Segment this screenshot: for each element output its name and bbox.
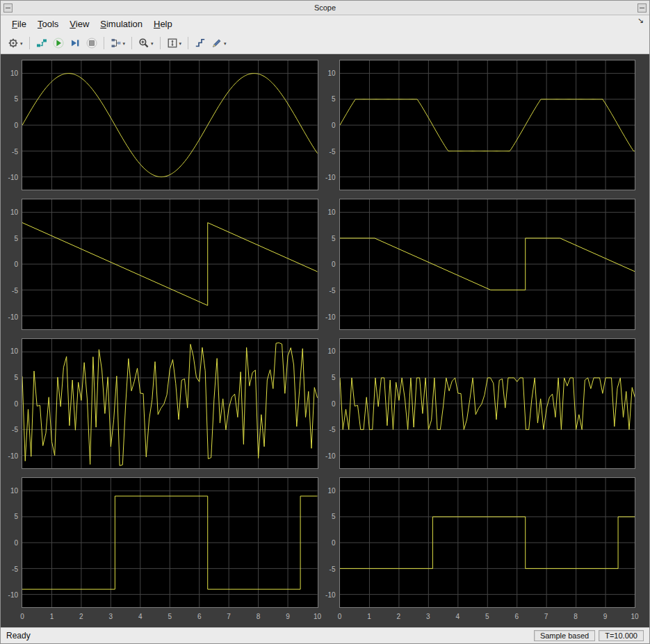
x-tick-label: 7 bbox=[227, 613, 231, 620]
y-tick-label: 5 bbox=[332, 513, 336, 520]
show-simulink-diagram-button[interactable] bbox=[33, 35, 50, 51]
y-tick-label: -5 bbox=[12, 147, 18, 155]
y-tick-label: -5 bbox=[12, 426, 18, 434]
x-tick-label: 8 bbox=[574, 613, 578, 620]
scope-window: Scope File Tools View Simulation Help ↘ … bbox=[0, 0, 650, 644]
measurements-button[interactable]: ▾ bbox=[209, 35, 229, 51]
menu-simulation[interactable]: Simulation bbox=[95, 17, 148, 31]
plot-svg-sine bbox=[22, 60, 318, 190]
toolbar-separator bbox=[131, 37, 132, 49]
y-tick-label: -10 bbox=[8, 313, 18, 320]
pen-icon bbox=[211, 38, 222, 49]
x-tick-label: 5 bbox=[485, 613, 489, 620]
y-tick-label: -10 bbox=[325, 313, 335, 320]
toolbar-separator bbox=[104, 37, 104, 49]
zoom-caret-icon: ▾ bbox=[151, 41, 154, 46]
plots-grid: 1050-5-101050-5-101050-5-101050-5-101050… bbox=[5, 60, 635, 626]
zoom-button[interactable]: ▾ bbox=[136, 35, 156, 51]
scope-axes-sawtooth: 1050-5-10 bbox=[5, 199, 318, 329]
menu-help[interactable]: Help bbox=[148, 17, 178, 31]
x-tick-label: 6 bbox=[514, 613, 519, 620]
y-tick-label: -5 bbox=[330, 565, 336, 572]
menu-view[interactable]: View bbox=[64, 17, 95, 31]
zoom-magnifier-icon bbox=[138, 38, 149, 49]
plot-saturated-sawtooth bbox=[339, 199, 636, 329]
trigger-button[interactable] bbox=[192, 35, 209, 51]
plot-svg-saturated-square bbox=[340, 478, 635, 607]
window-close-button[interactable] bbox=[637, 3, 647, 13]
x-tick-label: 2 bbox=[79, 613, 83, 620]
y-tick-label: 5 bbox=[14, 373, 18, 381]
settings-button[interactable]: ▾ bbox=[5, 35, 26, 51]
dock-arrow-icon[interactable]: ↘ bbox=[637, 16, 644, 25]
plot-svg-saturated-noise bbox=[340, 339, 635, 468]
title-bar: Scope bbox=[1, 1, 649, 15]
x-tick-label: 3 bbox=[426, 613, 430, 620]
sample-mode-indicator: Sample based bbox=[534, 630, 595, 641]
status-text: Ready bbox=[6, 631, 31, 641]
x-axis-labels: 012345678910 bbox=[22, 613, 318, 622]
x-tick-label: 8 bbox=[257, 613, 261, 620]
y-tick-label: 0 bbox=[14, 261, 18, 268]
y-tick-label: 5 bbox=[332, 234, 336, 242]
y-tick-label: -10 bbox=[325, 591, 335, 599]
stop-button[interactable] bbox=[83, 35, 100, 51]
y-axis-saturated-sawtooth: 1050-5-10 bbox=[323, 199, 339, 329]
plot-svg-random-noise bbox=[22, 339, 318, 468]
plot-svg-sawtooth bbox=[22, 199, 318, 329]
x-tick-label: 0 bbox=[20, 613, 24, 620]
x-tick-label: 1 bbox=[50, 613, 54, 620]
y-axis-sine: 1050-5-10 bbox=[5, 60, 22, 190]
y-tick-label: 10 bbox=[327, 208, 335, 216]
y-axis-saturated-square: 1050-5-10 bbox=[323, 477, 339, 608]
y-tick-label: 10 bbox=[327, 347, 335, 355]
window-menu-button[interactable] bbox=[3, 3, 13, 13]
plot-sine bbox=[22, 60, 318, 190]
x-tick-label: 4 bbox=[456, 613, 460, 620]
y-axis-square: 1050-5-10 bbox=[5, 477, 22, 608]
plot-square bbox=[22, 477, 318, 608]
status-bar: Ready Sample based T=10.000 bbox=[1, 627, 649, 643]
x-tick-label: 9 bbox=[286, 613, 290, 620]
y-tick-label: -5 bbox=[12, 565, 18, 572]
scope-axes-saturated-sawtooth: 1050-5-10 bbox=[323, 199, 636, 329]
toolbar-separator bbox=[188, 37, 188, 49]
menu-bar: File Tools View Simulation Help ↘ bbox=[1, 15, 649, 33]
autoscale-caret-icon: ▾ bbox=[179, 41, 182, 46]
signal-selector-icon bbox=[111, 38, 122, 49]
x-tick-label: 4 bbox=[138, 613, 143, 620]
y-tick-label: -5 bbox=[330, 287, 336, 295]
menu-tools[interactable]: Tools bbox=[32, 17, 64, 31]
step-forward-button[interactable] bbox=[67, 35, 83, 51]
y-axis-saturated-sine: 1050-5-10 bbox=[323, 60, 339, 190]
y-tick-label: 10 bbox=[10, 486, 18, 494]
window-title: Scope bbox=[1, 3, 649, 12]
run-button[interactable] bbox=[50, 35, 67, 51]
autoscale-icon bbox=[167, 38, 178, 49]
plot-svg-saturated-sawtooth bbox=[340, 199, 635, 329]
x-tick-label: 0 bbox=[338, 613, 342, 620]
y-tick-label: 10 bbox=[327, 69, 335, 76]
simulink-diagram-icon bbox=[36, 38, 47, 49]
scope-axes-saturated-square: 1050-5-10 bbox=[323, 477, 636, 608]
menu-file[interactable]: File bbox=[6, 17, 32, 31]
scope-axes-saturated-sine: 1050-5-10 bbox=[323, 60, 636, 190]
scope-axes-square: 1050-5-10 bbox=[5, 477, 318, 608]
y-axis-saturated-noise: 1050-5-10 bbox=[323, 338, 339, 469]
run-icon bbox=[53, 38, 64, 49]
autoscale-button[interactable]: ▾ bbox=[164, 35, 185, 51]
y-tick-label: 0 bbox=[332, 399, 336, 407]
y-tick-label: 0 bbox=[14, 122, 18, 129]
y-tick-label: -10 bbox=[8, 174, 18, 181]
x-tick-label: 3 bbox=[109, 613, 113, 620]
y-tick-label: 10 bbox=[10, 347, 18, 355]
y-tick-label: -5 bbox=[330, 426, 336, 434]
y-tick-label: -10 bbox=[325, 174, 335, 181]
signal-selector-button[interactable]: ▾ bbox=[108, 35, 129, 51]
scope-axes-saturated-noise: 1050-5-10 bbox=[323, 338, 636, 469]
trigger-step-icon bbox=[195, 38, 206, 49]
y-tick-label: 5 bbox=[14, 95, 18, 103]
x-tick-label: 10 bbox=[314, 613, 321, 620]
y-tick-label: 0 bbox=[332, 261, 336, 268]
sim-time-indicator: T=10.000 bbox=[599, 630, 644, 641]
